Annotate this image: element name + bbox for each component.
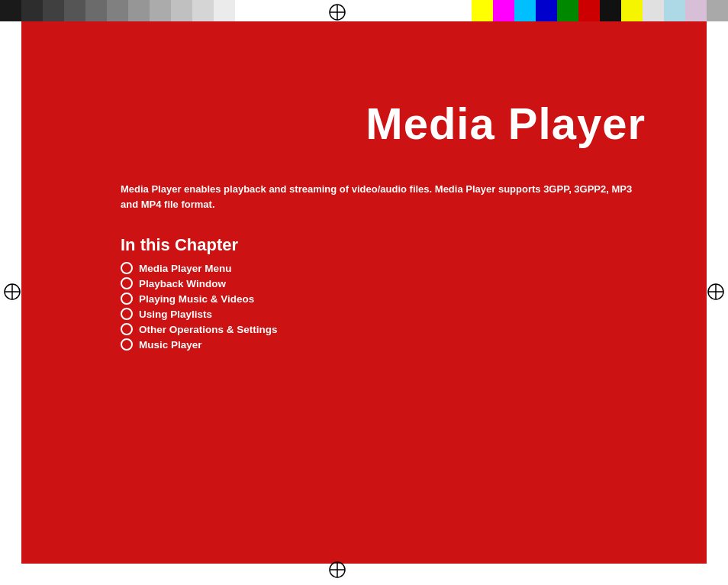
reg-mark-top-center [328,3,346,24]
swatch-thistle [685,0,707,21]
color-bar-top [0,0,728,21]
bullet-icon [121,277,133,289]
swatch-lightgray [643,0,664,21]
bullet-icon [121,308,133,320]
list-item: Playing Music & Videos [121,292,278,305]
swatch-8 [150,0,171,21]
bullet-icon [121,262,133,274]
swatch-black [600,0,621,21]
swatch-yellow2 [621,0,643,21]
chapter-item-label: Using Playlists [139,309,212,320]
swatch-1 [0,0,21,21]
reg-mark-right [707,283,725,304]
chapter-list: Media Player Menu Playback Window Playin… [121,262,278,354]
swatch-11 [214,0,235,21]
swatch-yellow [472,0,493,21]
list-item: Music Player [121,338,278,351]
chapter-item-label: Media Player Menu [139,263,232,274]
page-description: Media Player enables playback and stream… [121,182,646,212]
chapter-item-label: Other Operations & Settings [139,324,278,335]
swatch-10 [192,0,214,21]
swatch-4 [64,0,85,21]
swatch-6 [107,0,128,21]
bullet-icon [121,292,133,305]
reg-mark-left [3,283,21,304]
swatch-5 [85,0,107,21]
swatch-3 [43,0,64,21]
swatch-lightblue [664,0,685,21]
reg-mark-bottom-center [328,561,346,582]
swatch-7 [128,0,150,21]
main-content-area: Media Player Media Player enables playba… [21,21,707,564]
swatch-blue [536,0,557,21]
swatch-magenta [493,0,514,21]
swatch-darkgray [707,0,728,21]
list-item: Other Operations & Settings [121,323,278,335]
swatch-2 [21,0,43,21]
list-item: Media Player Menu [121,262,278,274]
swatch-12 [235,0,256,21]
chapter-item-label: Playing Music & Videos [139,293,254,305]
chapter-heading: In this Chapter [121,235,238,255]
swatch-green [557,0,578,21]
bottom-bar [0,564,728,585]
bullet-icon [121,338,133,351]
page-title: Media Player [366,98,646,149]
swatch-9 [171,0,192,21]
swatch-gap [256,0,472,21]
swatch-cyan [514,0,536,21]
swatch-red [578,0,600,21]
bullet-icon [121,323,133,335]
chapter-item-label: Music Player [139,339,202,351]
list-item: Using Playlists [121,308,278,320]
list-item: Playback Window [121,277,278,289]
chapter-item-label: Playback Window [139,278,226,289]
